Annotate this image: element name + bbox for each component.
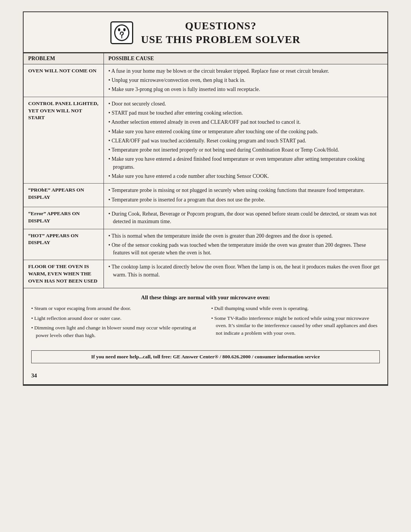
cause-item: This is normal when the temperature insi… xyxy=(108,232,383,240)
cause-item: Door not securely closed. xyxy=(108,100,383,108)
svg-point-3 xyxy=(123,28,126,31)
cause-item: START pad must be touched after entering… xyxy=(108,109,383,117)
header-text: QUESTIONS? USE THIS PROBLEM SOLVER xyxy=(141,19,300,47)
cause-cell: Door not securely closed.START pad must … xyxy=(104,97,387,184)
list-item: Some TV-Radio interference might be noti… xyxy=(211,315,380,337)
cause-item: The cooktop lamp is located directly bel… xyxy=(108,263,383,279)
cause-cell: A fuse in your home may be blown or the … xyxy=(104,64,387,97)
normal-col-left: Steam or vapor escaping from around the … xyxy=(31,305,200,341)
normal-right-list: Dull thumping sound while oven is operat… xyxy=(211,305,380,337)
problem-cell: “Error” APPEARS ON DISPLAY xyxy=(24,207,104,229)
cause-item: During Cook, Reheat, Beverage or Popcorn… xyxy=(108,210,383,226)
list-item: Dull thumping sound while oven is operat… xyxy=(211,305,380,312)
table-row: OVEN WILL NOT COME ONA fuse in your home… xyxy=(24,64,387,97)
problem-cell: “HOT” APPEARS ON DISPLAY xyxy=(24,229,104,260)
bottom-line xyxy=(24,384,387,385)
normal-col-right: Dull thumping sound while oven is operat… xyxy=(211,305,380,341)
problem-table: PROBLEM POSSIBLE CAUSE OVEN WILL NOT COM… xyxy=(24,53,387,288)
page-wrapper: QUESTIONS? USE THIS PROBLEM SOLVER PROBL… xyxy=(23,11,388,386)
table-row: “PRObE” APPEARS ON DISPLAYTemperature pr… xyxy=(24,184,387,207)
svg-point-2 xyxy=(118,28,120,31)
cause-item: Make sure you have entered a desired fin… xyxy=(108,155,383,171)
cause-cell: Temperature probe is missing or not plug… xyxy=(104,184,387,207)
cause-item: Another selection entered already in ove… xyxy=(108,118,383,126)
problem-cell: FLOOR OF THE OVEN IS WARM, EVEN WHEN THE… xyxy=(24,260,104,288)
cause-item: Make sure you have entered cooking time … xyxy=(108,128,383,136)
table-row: FLOOR OF THE OVEN IS WARM, EVEN WHEN THE… xyxy=(24,260,387,288)
list-item: Steam or vapor escaping from around the … xyxy=(31,305,200,312)
cause-cell: During Cook, Reheat, Beverage or Popcorn… xyxy=(104,207,387,229)
page-number: 34 xyxy=(24,369,387,382)
table-row: “HOT” APPEARS ON DISPLAYThis is normal w… xyxy=(24,229,387,260)
table-row: “Error” APPEARS ON DISPLAYDuring Cook, R… xyxy=(24,207,387,229)
cause-item: CLEAR/OFF pad was touched accidentally. … xyxy=(108,137,383,145)
cause-item: Make sure you have entered a code number… xyxy=(108,173,383,180)
col-cause-header: POSSIBLE CAUSE xyxy=(104,53,387,64)
list-item: Dimming oven light and change in blower … xyxy=(31,324,200,339)
cause-item: Temperature probe is missing or not plug… xyxy=(108,187,383,194)
cause-item: Temperature probe is inserted for a prog… xyxy=(108,196,383,204)
normal-section: All these things are normal with your mi… xyxy=(24,288,387,345)
normal-left-list: Steam or vapor escaping from around the … xyxy=(31,305,200,339)
footer-box: If you need more help...call, toll free:… xyxy=(31,350,380,363)
cause-cell: The cooktop lamp is located directly bel… xyxy=(104,260,387,288)
cause-cell: This is normal when the temperature insi… xyxy=(104,229,387,260)
col-problem-header: PROBLEM xyxy=(24,53,104,64)
header-title: QUESTIONS? USE THIS PROBLEM SOLVER xyxy=(141,19,300,47)
cause-item: A fuse in your home may be blown or the … xyxy=(108,67,383,75)
svg-point-4 xyxy=(121,37,123,38)
normal-heading: All these things are normal with your mi… xyxy=(31,294,380,301)
problem-cell: CONTROL PANEL LIGHTED, YET OVEN WILL NOT… xyxy=(24,97,104,184)
problem-cell: OVEN WILL NOT COME ON xyxy=(24,64,104,97)
list-item: Light reflection around door or outer ca… xyxy=(31,315,200,322)
page-header: QUESTIONS? USE THIS PROBLEM SOLVER xyxy=(24,12,387,53)
cause-item: Temperature probe not inserted properly … xyxy=(108,146,383,154)
problem-cell: “PRObE” APPEARS ON DISPLAY xyxy=(24,184,104,207)
footer-text: If you need more help...call, toll free:… xyxy=(91,354,320,359)
question-icon xyxy=(110,21,133,44)
table-row: CONTROL PANEL LIGHTED, YET OVEN WILL NOT… xyxy=(24,97,387,184)
cause-item: One of the sensor cooking pads was touch… xyxy=(108,241,383,257)
cause-item: Unplug your microwave/convection oven, t… xyxy=(108,77,383,84)
normal-columns: Steam or vapor escaping from around the … xyxy=(31,305,380,341)
cause-item: Make sure 3-prong plug on oven is fully … xyxy=(108,86,383,93)
